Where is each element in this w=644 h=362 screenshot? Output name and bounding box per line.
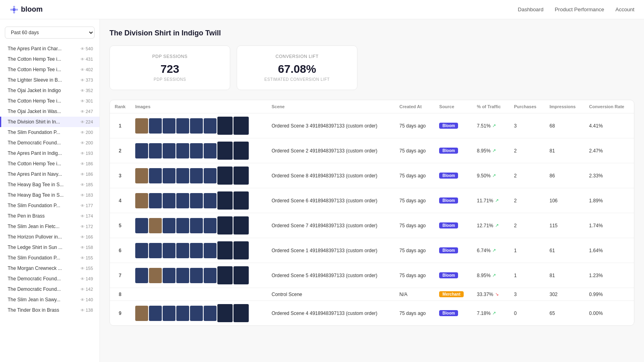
sidebar-item[interactable]: The Ojai Jacket in Was... 👁 247 <box>0 106 99 117</box>
sidebar-item[interactable]: The Ledge Shirt in Sun ... 👁 158 <box>0 242 99 253</box>
nav-product-performance[interactable]: Product Performance <box>555 6 604 12</box>
scene-cell: Ordered Scene 8 4918948397133 (custom or… <box>267 163 395 188</box>
pdp-sessions-label: PDP Sessions <box>126 54 214 59</box>
image-thumbnail <box>190 306 203 321</box>
sidebar-item[interactable]: The Slim Jean in Fletc... 👁 172 <box>0 221 99 232</box>
image-thumbnail <box>204 268 217 283</box>
sidebar-item[interactable]: The Slim Foundation P... 👁 177 <box>0 200 99 211</box>
image-thumbnail <box>217 167 233 185</box>
traffic-cell: 9.50% ↗ <box>472 163 509 188</box>
sidebar-item[interactable]: The Apres Pant in Navy... 👁 186 <box>0 169 99 179</box>
sidebar-item[interactable]: The Cotton Hemp Tee i... 👁 186 <box>0 158 99 169</box>
sidebar-item[interactable]: The Pen in Brass 👁 174 <box>0 211 99 221</box>
sidebar-item[interactable]: The Slim Foundation P... 👁 200 <box>0 127 99 138</box>
traffic-up-arrow: ↗ <box>495 223 499 228</box>
source-cell: Merchant <box>434 288 472 301</box>
image-thumbnail <box>217 117 233 135</box>
table-row: 3 Ordered Scene 8 4918948397133 (custom … <box>110 163 634 188</box>
sidebar-item[interactable]: The Apres Pant in Indig... 👁 193 <box>0 148 99 158</box>
sidebar-item[interactable]: The Cotton Hemp Tee i... 👁 301 <box>0 96 99 106</box>
image-thumbnail <box>149 193 162 208</box>
image-thumbnail <box>135 143 148 158</box>
sidebar-item-name: The Democratic Found... <box>8 286 61 292</box>
scene-cell: Ordered Scene 5 4918948397133 (custom or… <box>267 263 395 288</box>
sidebar-item[interactable]: The Lighter Sleeve in B... 👁 373 <box>0 75 99 85</box>
conversion-lift-sublabel: ESTIMATED CONVERSION LIFT <box>253 77 341 82</box>
nav-account[interactable]: Account <box>615 6 634 12</box>
table-row: 6 Ordered Scene 1 4918948397133 (custom … <box>110 238 634 263</box>
sidebar-item-count: 👁 155 <box>80 266 93 271</box>
images-cell <box>130 188 267 213</box>
eye-icon: 👁 <box>80 308 85 313</box>
image-thumbnail <box>190 168 203 183</box>
sidebar-item-name: The Lighter Sleeve in B... <box>8 77 62 83</box>
sidebar-item[interactable]: The Horizon Pullover in... 👁 166 <box>0 232 99 242</box>
sidebar-item[interactable]: The Slim Jean in Sawy... 👁 140 <box>0 294 99 305</box>
images-cell <box>130 263 267 288</box>
sidebar-item-count: 👁 174 <box>80 214 93 218</box>
sidebar-item[interactable]: The Tinder Box in Brass 👁 138 <box>0 305 99 315</box>
sidebar-item[interactable]: The Division Shirt in In... 👁 224 <box>0 117 99 127</box>
logo-text: bloom <box>21 5 43 14</box>
nav-dashboard[interactable]: Dashboard <box>518 6 544 12</box>
date-range-select[interactable]: Past 60 days Past 7 days Past 30 days Pa… <box>5 27 95 39</box>
conversion-rate-cell: 1.23% <box>584 263 634 288</box>
sidebar-item-name: The Slim Foundation P... <box>8 130 60 135</box>
image-strip <box>135 117 262 135</box>
eye-icon: 👁 <box>80 256 85 260</box>
image-thumbnail <box>176 168 189 183</box>
impressions-cell: 81 <box>545 138 584 163</box>
impressions-cell: 86 <box>545 163 584 188</box>
created-at-cell: 75 days ago <box>394 263 434 288</box>
source-badge-bloom: Bloom <box>439 148 458 154</box>
header: bloom Dashboard Product Performance Acco… <box>0 0 644 19</box>
sidebar-item[interactable]: The Heavy Bag Tee in S... 👁 183 <box>0 190 99 200</box>
image-thumbnail <box>217 304 233 322</box>
performance-table-container: Rank Images Scene Created At Source % of… <box>109 100 634 326</box>
eye-icon: 👁 <box>80 57 85 62</box>
sidebar-item[interactable]: The Cotton Hemp Tee i... 👁 402 <box>0 64 99 75</box>
sidebar-item[interactable]: The Democratic Found... 👁 200 <box>0 138 99 148</box>
eye-icon: 👁 <box>80 245 85 250</box>
image-thumbnail <box>204 193 217 208</box>
eye-icon: 👁 <box>80 141 85 145</box>
sidebar-item-count: 👁 186 <box>80 172 93 177</box>
rank-cell: 4 <box>110 188 130 213</box>
sidebar-item[interactable]: The Cotton Hemp Tee i... 👁 431 <box>0 54 99 64</box>
sidebar-item-count: 👁 193 <box>80 151 93 156</box>
source-badge-bloom: Bloom <box>439 123 458 129</box>
image-thumbnail <box>163 268 175 283</box>
image-thumbnail <box>190 268 203 283</box>
sidebar-item[interactable]: The Slim Foundation P... 👁 155 <box>0 253 99 263</box>
image-thumbnail <box>176 193 189 208</box>
sidebar-item[interactable]: The Democratic Found... 👁 149 <box>0 274 99 284</box>
image-strip <box>135 241 262 259</box>
created-at-cell: 75 days ago <box>394 188 434 213</box>
image-thumbnail <box>135 306 148 321</box>
eye-icon: 👁 <box>80 266 85 271</box>
sidebar-item[interactable]: The Ojai Jacket in Indigo 👁 352 <box>0 85 99 96</box>
traffic-down-arrow: ↘ <box>495 292 499 297</box>
sidebar-item-count: 👁 149 <box>80 276 93 281</box>
sidebar-item-count: 👁 352 <box>80 88 93 93</box>
sidebar-item-count: 👁 140 <box>80 297 93 302</box>
traffic-cell: 33.37% ↘ <box>472 288 509 301</box>
traffic-up-arrow: ↗ <box>492 273 496 278</box>
source-cell: Bloom <box>434 263 472 288</box>
sidebar-item[interactable]: The Democratic Found... 👁 142 <box>0 284 99 294</box>
purchases-cell: 2 <box>509 163 545 188</box>
traffic-up-arrow: ↗ <box>492 248 496 253</box>
conversion-rate-cell: 1.89% <box>584 188 634 213</box>
conversion-lift-card: Conversion Lift 67.08% ESTIMATED CONVERS… <box>237 45 357 90</box>
sidebar-item[interactable]: The Heavy Bag Tee in S... 👁 185 <box>0 179 99 190</box>
table-row: 9 Ordered Scene 4 4918948397133 (custom … <box>110 301 634 326</box>
image-thumbnail <box>190 243 203 258</box>
sidebar-item-count: 👁 540 <box>80 46 93 51</box>
eye-icon: 👁 <box>80 235 85 239</box>
eye-icon: 👁 <box>80 277 85 281</box>
eye-icon: 👁 <box>80 287 85 292</box>
image-thumbnail <box>135 168 148 183</box>
sidebar-item[interactable]: The Apres Pant in Char... 👁 540 <box>0 43 99 54</box>
sidebar-item[interactable]: The Morgan Crewneck ... 👁 155 <box>0 263 99 274</box>
table-row: 4 Ordered Scene 6 4918948397133 (custom … <box>110 188 634 213</box>
